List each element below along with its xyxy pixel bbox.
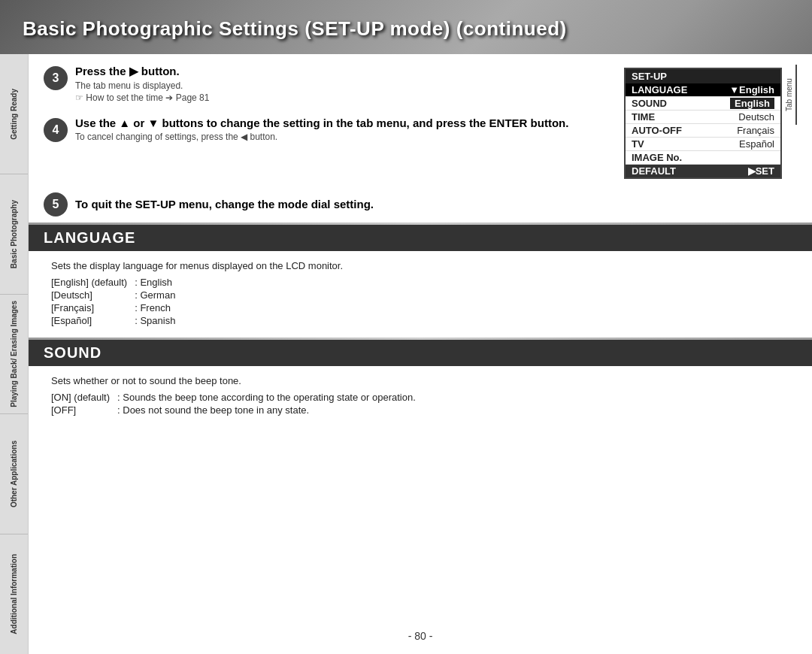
lang-key-3: [Français] (51, 301, 135, 314)
sidebar-tab-additional-info[interactable]: Additional Information (0, 534, 28, 654)
lang-value-2: : German (135, 289, 183, 301)
setup-value-autooff: Français (737, 125, 774, 136)
language-description: Sets the display language for menus disp… (51, 260, 789, 271)
step-4-line1: To cancel changing of settings, press th… (75, 132, 568, 142)
setup-value-default: ▶SET (748, 165, 774, 177)
setup-value-sound: English (730, 98, 774, 109)
language-section-content: Sets the display language for menus disp… (29, 251, 812, 338)
step-4-number: 4 (44, 118, 68, 142)
steps-left: 3 Press the ▶ button. The tab menu is di… (44, 65, 609, 179)
lang-key-2: [Deutsch] (51, 289, 135, 301)
table-row: [Español] : Spanish (51, 314, 183, 327)
setup-label-sound: SOUND (632, 98, 667, 109)
lang-value-4: : Spanish (135, 314, 183, 327)
step-3-line2: ☞ How to set the time ➔ Page 81 (75, 92, 209, 103)
setup-row-tv: TV Español (626, 138, 780, 151)
setup-menu-box: SET-UP LANGUAGE ▼English SOUND English T… (624, 68, 782, 179)
table-row: [OFF] : Does not sound the beep tone in … (51, 404, 423, 416)
setup-label-autooff: AUTO-OFF (632, 125, 682, 136)
setup-label-time: TIME (632, 111, 655, 123)
step-3: 3 Press the ▶ button. The tab menu is di… (44, 65, 609, 104)
setup-label-language: LANGUAGE (632, 84, 687, 95)
sound-description: Sets whether or not to sound the beep to… (51, 375, 789, 386)
page-number: - 80 - (408, 630, 433, 642)
step-3-line1: The tab menu is displayed. (75, 80, 209, 91)
setup-value-language: ▼English (729, 84, 774, 95)
sound-key-1: [ON] (default) (51, 391, 117, 404)
step-4-content: Use the ▲ or ▼ buttons to change the set… (75, 117, 568, 144)
table-row: [Deutsch] : German (51, 289, 183, 301)
setup-row-imageno: IMAGE No. (626, 151, 780, 165)
sound-section-header: SOUND (29, 340, 812, 366)
setup-value-time: Deutsch (738, 111, 774, 123)
sidebar: Getting Ready Basic Photography Playing … (0, 54, 29, 654)
step-5-text: To quit the SET-UP menu, change the mode… (75, 198, 374, 210)
setup-value-tv: Español (739, 138, 774, 150)
table-row: [ON] (default) : Sounds the beep tone ac… (51, 391, 423, 404)
setup-label-tv: TV (632, 138, 644, 150)
setup-row-time: TIME Deutsch (626, 111, 780, 124)
steps-section: 3 Press the ▶ button. The tab menu is di… (29, 54, 812, 186)
lang-key-4: [Español] (51, 314, 135, 327)
tab-menu-label: Tab menu (785, 65, 797, 125)
setup-row-autooff: AUTO-OFF Français (626, 124, 780, 138)
sidebar-tab-basic-photography[interactable]: Basic Photography (0, 174, 28, 295)
step-5-number: 5 (44, 192, 68, 216)
sidebar-tab-other-applications[interactable]: Other Applications (0, 414, 28, 534)
tab-menu-indicator: Tab menu (785, 65, 797, 125)
sidebar-tab-playing-back[interactable]: Playing Back/ Erasing Images (0, 295, 28, 415)
step-5: 5 To quit the SET-UP menu, change the mo… (29, 186, 812, 223)
sound-value-2: : Does not sound the beep tone in any st… (117, 404, 423, 416)
setup-label-imageno: IMAGE No. (632, 152, 682, 163)
sidebar-tab-getting-ready[interactable]: Getting Ready (0, 54, 28, 174)
step-3-heading: Press the ▶ button. (75, 65, 209, 78)
step-4: 4 Use the ▲ or ▼ buttons to change the s… (44, 117, 609, 144)
page-title: Basic Photographic Settings (SET-UP mode… (23, 17, 567, 41)
table-row: [Français] : French (51, 301, 183, 314)
setup-label-default: DEFAULT (632, 165, 676, 177)
sound-section-content: Sets whether or not to sound the beep to… (29, 366, 812, 427)
lang-value-3: : French (135, 301, 183, 314)
sound-value-1: : Sounds the beep tone according to the … (117, 391, 423, 404)
step-3-content: Press the ▶ button. The tab menu is disp… (75, 65, 209, 104)
step-3-number: 3 (44, 66, 68, 90)
lang-key-1: [English] (default) (51, 276, 135, 289)
language-section-header: LANGUAGE (29, 225, 812, 251)
table-row: [English] (default) : English (51, 276, 183, 289)
step-4-heading: Use the ▲ or ▼ buttons to change the set… (75, 117, 568, 129)
lang-value-1: : English (135, 276, 183, 289)
setup-menu-area: SET-UP LANGUAGE ▼English SOUND English T… (624, 65, 797, 179)
setup-row-language: LANGUAGE ▼English (626, 83, 780, 97)
language-table: [English] (default) : English [Deutsch] … (51, 276, 183, 327)
setup-row-default: DEFAULT ▶SET (626, 165, 780, 177)
page-header: Basic Photographic Settings (SET-UP mode… (0, 0, 812, 54)
main-content: 3 Press the ▶ button. The tab menu is di… (29, 54, 812, 654)
setup-menu-header: SET-UP (626, 69, 780, 83)
setup-row-sound: SOUND English (626, 97, 780, 111)
sound-table: [ON] (default) : Sounds the beep tone ac… (51, 391, 423, 416)
sound-key-2: [OFF] (51, 404, 117, 416)
